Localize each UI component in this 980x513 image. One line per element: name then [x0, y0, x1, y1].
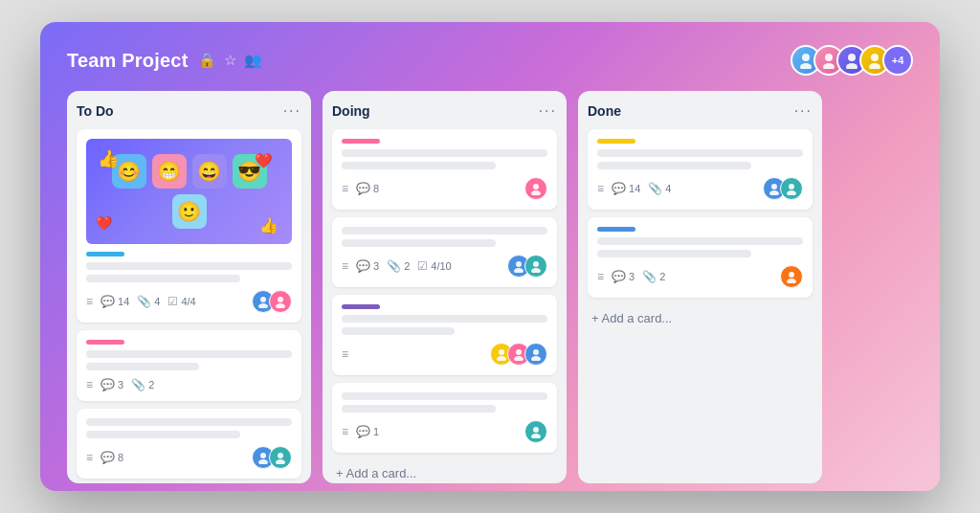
card-avatars	[524, 420, 547, 443]
column-done-title: Done	[588, 103, 621, 119]
card-text-line	[86, 275, 240, 282]
card-label-blue	[597, 227, 635, 232]
svg-point-21	[531, 268, 541, 273]
svg-point-0	[802, 54, 810, 61]
svg-point-3	[823, 63, 835, 69]
svg-point-13	[258, 459, 268, 464]
svg-point-1	[800, 63, 812, 69]
header-icons: 🔒 ☆ 👥	[198, 52, 262, 69]
card-text-line	[597, 149, 803, 157]
done-card-2: ≡ 💬 3 📎 2	[588, 217, 813, 298]
card-meta: ≡ 💬 14 📎 4	[597, 177, 803, 200]
svg-point-10	[278, 297, 283, 302]
doing-card-2: ≡ 💬 3 📎 2 ☑ 4/10	[332, 217, 557, 287]
board-columns: To Do ··· 👍 ❤️ ❤️ 👍 😊 😁 😄 😎 🙂	[67, 91, 913, 483]
card-avatar-2	[780, 177, 803, 200]
column-doing-title: Doing	[332, 103, 370, 119]
card-avatars	[490, 343, 547, 366]
card-text-line	[86, 431, 240, 438]
todo-card-3: ≡ 💬 8	[77, 409, 301, 479]
list-icon: ≡	[86, 295, 93, 308]
card-avatars	[252, 290, 292, 313]
svg-point-23	[497, 356, 506, 361]
svg-point-19	[514, 268, 523, 273]
emoji-2: 😁	[152, 154, 187, 189]
card-avatar-1	[780, 265, 803, 288]
card-avatars	[507, 255, 547, 278]
svg-point-22	[499, 349, 504, 355]
card-text-line	[342, 239, 496, 247]
add-done-card[interactable]: + Add a card...	[588, 305, 813, 331]
attachment-count: 📎 2	[642, 270, 665, 283]
svg-point-7	[869, 63, 880, 69]
svg-point-34	[789, 272, 794, 278]
column-doing-menu[interactable]: ···	[539, 102, 557, 120]
card-text-line	[597, 250, 751, 257]
card-label-purple	[342, 304, 380, 309]
comment-count: 💬 14	[612, 182, 640, 195]
list-icon: ≡	[597, 182, 604, 195]
done-card-1: ≡ 💬 14 📎 4	[588, 129, 813, 210]
svg-point-5	[846, 63, 858, 69]
svg-point-11	[276, 303, 285, 308]
emoji-5: 🙂	[172, 194, 207, 229]
project-title: Team Project	[67, 50, 189, 72]
header: Team Project 🔒 ☆ 👥 +4	[67, 45, 913, 76]
card-text-line	[597, 237, 803, 245]
card-text-line	[342, 392, 547, 400]
comment-count: 💬 8	[356, 182, 379, 195]
svg-point-16	[533, 184, 539, 190]
doing-card-1: ≡ 💬 8	[332, 129, 557, 210]
card-meta: ≡ 💬 14 📎 4 ☑ 4/4	[86, 290, 292, 313]
attachment-count: 📎 2	[131, 378, 154, 391]
svg-point-28	[533, 427, 539, 433]
card-avatar-1	[524, 420, 547, 443]
avatar-group: +4	[791, 45, 913, 76]
column-todo-menu[interactable]: ···	[283, 102, 301, 120]
card-label-pink	[342, 139, 380, 144]
svg-point-26	[533, 349, 539, 355]
svg-point-9	[258, 303, 268, 308]
attachment-count: 📎 2	[387, 259, 410, 273]
lock-icon[interactable]: 🔒	[198, 52, 216, 69]
star-icon[interactable]: ☆	[224, 52, 236, 69]
avatar-more[interactable]: +4	[882, 45, 913, 76]
card-avatars	[524, 177, 547, 200]
card-text-line	[342, 405, 496, 413]
column-done-header: Done ···	[588, 102, 813, 120]
column-doing-header: Doing ···	[332, 102, 557, 120]
team-icon[interactable]: 👥	[244, 52, 262, 69]
list-icon: ≡	[597, 270, 604, 283]
card-avatars	[763, 177, 803, 200]
list-icon: ≡	[342, 425, 348, 438]
checklist-count: ☑ 4/10	[417, 259, 451, 273]
column-done-menu[interactable]: ···	[794, 102, 813, 120]
svg-point-30	[771, 184, 777, 190]
svg-point-31	[769, 190, 779, 195]
list-icon: ≡	[342, 347, 348, 361]
card-avatar-1	[524, 177, 547, 200]
header-left: Team Project 🔒 ☆ 👥	[67, 50, 262, 72]
svg-point-14	[278, 453, 283, 458]
card-image: 👍 ❤️ ❤️ 👍 😊 😁 😄 😎 🙂	[86, 139, 292, 244]
column-done: Done ··· ≡ 💬 14 📎 4	[578, 91, 822, 483]
card-text-line	[342, 227, 547, 234]
column-todo-title: To Do	[77, 103, 114, 119]
attachment-count: 📎 4	[137, 295, 160, 308]
svg-point-20	[533, 261, 539, 267]
app-window: Team Project 🔒 ☆ 👥 +4	[40, 22, 940, 491]
card-text-line	[86, 262, 292, 270]
card-meta: ≡ 💬 8	[86, 446, 292, 469]
card-avatars	[252, 446, 292, 469]
svg-point-6	[871, 54, 879, 61]
card-avatar-2	[269, 446, 292, 469]
card-avatar-2	[524, 255, 547, 278]
svg-point-29	[531, 434, 541, 438]
card-label-yellow	[597, 139, 635, 144]
emoji-3: 😄	[192, 154, 227, 189]
add-doing-card[interactable]: + Add a card...	[332, 460, 557, 483]
svg-point-33	[787, 190, 796, 195]
card-meta: ≡ 💬 8	[342, 177, 547, 200]
list-icon: ≡	[86, 378, 93, 391]
card-avatar-3	[524, 343, 547, 366]
